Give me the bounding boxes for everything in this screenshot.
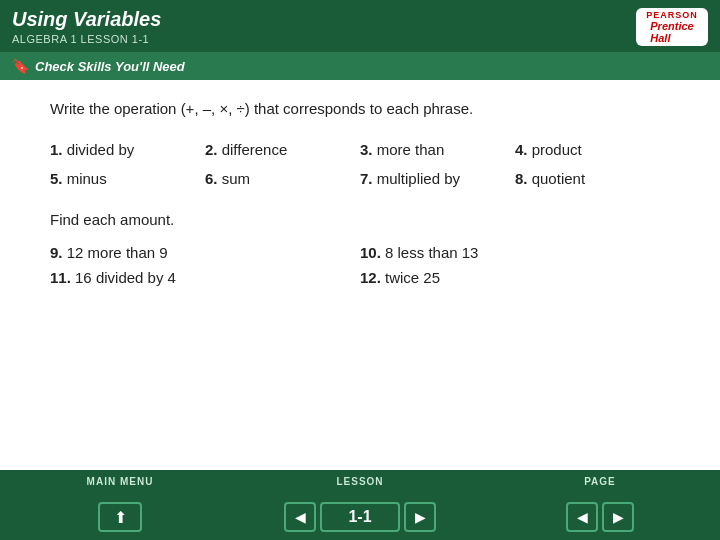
problem-label: multiplied by [377, 170, 460, 187]
problem-label: quotient [532, 170, 585, 187]
page-nav: ◀ ▶ [566, 502, 634, 532]
pearson-logo-top: PEARSON [646, 10, 698, 20]
list-item: 12. twice 25 [360, 265, 670, 290]
footer-lesson-section: LESSON ◀ 1-1 ▶ [240, 470, 480, 540]
problem-number: 7. [360, 170, 373, 187]
problem-number: 10. [360, 244, 381, 261]
page-label: PAGE [584, 476, 616, 487]
main-menu-label: MAIN MENU [87, 476, 154, 487]
check-skills-label: Check Skills You'll Need [35, 59, 185, 74]
list-item: 7. multiplied by [360, 164, 515, 193]
home-button[interactable]: ⬆ [98, 502, 142, 532]
pearson-hall: Hall [650, 32, 670, 44]
list-item: 1. divided by [50, 135, 205, 164]
header: Using Variables ALGEBRA 1 LESSON 1-1 PEA… [0, 0, 720, 52]
list-item: 4. product [515, 135, 670, 164]
list-item: 3. more than [360, 135, 515, 164]
problem-label: 16 divided by 4 [75, 269, 176, 286]
footer-page-section: PAGE ◀ ▶ [480, 470, 720, 540]
problem-number: 8. [515, 170, 528, 187]
problem-number: 2. [205, 141, 218, 158]
header-title-block: Using Variables ALGEBRA 1 LESSON 1-1 [12, 8, 161, 45]
problem-number: 5. [50, 170, 63, 187]
check-icon: 🔖 [12, 58, 29, 74]
problem-number: 4. [515, 141, 528, 158]
problems-grid: 1. divided by 2. difference 3. more than… [50, 135, 670, 193]
find-grid: 9. 12 more than 9 10. 8 less than 13 11.… [50, 240, 670, 290]
problem-number: 6. [205, 170, 218, 187]
next-page-button[interactable]: ▶ [602, 502, 634, 532]
problem-label: product [532, 141, 582, 158]
problem-label: minus [67, 170, 107, 187]
list-item: 8. quotient [515, 164, 670, 193]
problem-label: twice 25 [385, 269, 440, 286]
problem-number: 3. [360, 141, 373, 158]
list-item: 2. difference [205, 135, 360, 164]
problem-label: sum [222, 170, 250, 187]
list-item: 9. 12 more than 9 [50, 240, 360, 265]
problem-number: 11. [50, 269, 71, 286]
footer: MAIN MENU ⬆ LESSON ◀ 1-1 ▶ PAGE ◀ ▶ [0, 470, 720, 540]
problem-number: 12. [360, 269, 381, 286]
list-item: 6. sum [205, 164, 360, 193]
list-item: 11. 16 divided by 4 [50, 265, 360, 290]
problem-number: 1. [50, 141, 63, 158]
app-title: Using Variables [12, 8, 161, 31]
problem-label: 12 more than 9 [67, 244, 168, 261]
footer-main-menu-section: MAIN MENU ⬆ [0, 470, 240, 540]
lesson-label: LESSON [336, 476, 383, 487]
pearson-logo-bottom: Prentice Hall [650, 20, 693, 44]
main-content: Write the operation (+, –, ×, ÷) that co… [0, 80, 720, 470]
lesson-badge: 1-1 [320, 502, 400, 532]
list-item: 5. minus [50, 164, 205, 193]
check-skills-bar: 🔖 Check Skills You'll Need [0, 52, 720, 80]
problem-label: divided by [67, 141, 135, 158]
list-item: 10. 8 less than 13 [360, 240, 670, 265]
pearson-prentice: Prentice [650, 20, 693, 32]
prev-page-button[interactable]: ◀ [566, 502, 598, 532]
find-each-label: Find each amount. [50, 211, 670, 228]
lesson-nav: ◀ 1-1 ▶ [284, 502, 436, 532]
problem-label: more than [377, 141, 445, 158]
problem-number: 9. [50, 244, 63, 261]
lesson-subtitle: ALGEBRA 1 LESSON 1-1 [12, 33, 161, 45]
pearson-logo: PEARSON Prentice Hall [636, 8, 708, 46]
problem-label: 8 less than 13 [385, 244, 478, 261]
prev-lesson-button[interactable]: ◀ [284, 502, 316, 532]
problem-label: difference [222, 141, 288, 158]
intro-text: Write the operation (+, –, ×, ÷) that co… [50, 100, 670, 117]
next-lesson-button[interactable]: ▶ [404, 502, 436, 532]
